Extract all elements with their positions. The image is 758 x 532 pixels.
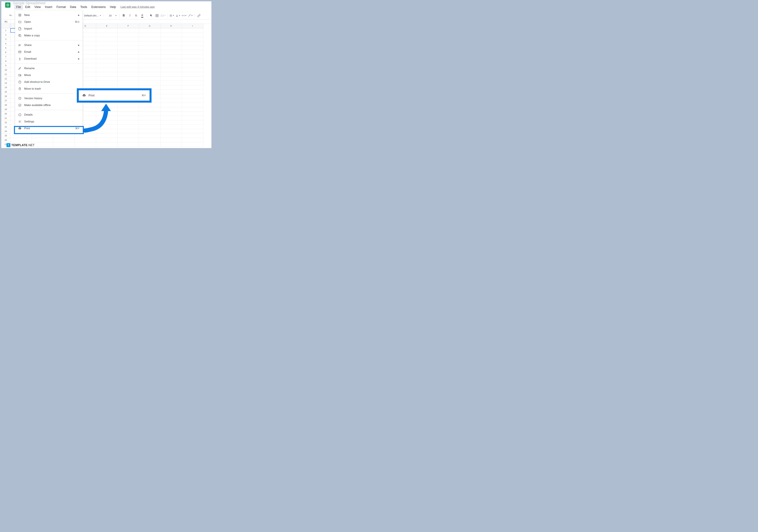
cell[interactable] — [182, 116, 203, 120]
cell[interactable] — [118, 54, 139, 59]
row-header[interactable]: 16 — [1, 94, 10, 98]
cell[interactable] — [96, 46, 118, 50]
cell[interactable] — [75, 133, 96, 138]
cell[interactable] — [96, 28, 118, 33]
menu-tools[interactable]: Tools — [79, 5, 89, 10]
cell[interactable] — [53, 142, 75, 147]
row-header[interactable]: 2 — [1, 33, 10, 37]
cell[interactable] — [182, 142, 203, 147]
row-header[interactable]: 5 — [1, 46, 10, 50]
cell[interactable] — [182, 63, 203, 68]
cell[interactable] — [118, 59, 139, 63]
column-header[interactable]: I — [182, 24, 203, 28]
menu-move[interactable]: Move — [15, 72, 83, 79]
name-box[interactable]: A1 — [1, 19, 11, 23]
cell[interactable] — [118, 77, 139, 81]
cell[interactable] — [139, 125, 160, 129]
menu-rename[interactable]: Rename — [15, 65, 83, 72]
cell[interactable] — [182, 125, 203, 129]
cell[interactable] — [160, 138, 182, 142]
cell[interactable] — [118, 103, 139, 107]
cell[interactable] — [160, 46, 182, 50]
row-header[interactable]: 18 — [1, 103, 10, 107]
link-button[interactable] — [196, 13, 201, 18]
cell[interactable] — [118, 138, 139, 142]
cell[interactable] — [139, 142, 160, 147]
cell[interactable] — [118, 142, 139, 147]
cell[interactable] — [160, 37, 182, 41]
row-header[interactable]: 17 — [1, 98, 10, 103]
column-header[interactable]: E — [96, 24, 118, 28]
cell[interactable] — [32, 142, 53, 147]
row-header[interactable]: 9 — [1, 63, 10, 68]
cell[interactable] — [139, 112, 160, 116]
cell[interactable] — [160, 120, 182, 125]
cell[interactable] — [32, 133, 53, 138]
cell[interactable] — [96, 41, 118, 46]
menu-make-copy[interactable]: Make a copy — [15, 32, 83, 39]
cell[interactable] — [160, 125, 182, 129]
cell[interactable] — [118, 72, 139, 77]
cell[interactable] — [139, 81, 160, 85]
row-header[interactable]: 22 — [1, 120, 10, 125]
cell[interactable] — [182, 98, 203, 103]
menu-import[interactable]: Import — [15, 25, 83, 32]
menu-extensions[interactable]: Extensions — [89, 5, 108, 10]
cell[interactable] — [118, 120, 139, 125]
cell[interactable] — [139, 41, 160, 46]
cell[interactable] — [182, 37, 203, 41]
menu-details[interactable]: Details — [15, 111, 83, 118]
cell[interactable] — [139, 129, 160, 133]
cell[interactable] — [182, 112, 203, 116]
row-header[interactable]: 7 — [1, 54, 10, 59]
cell[interactable] — [160, 72, 182, 77]
cell[interactable] — [139, 77, 160, 81]
cell[interactable] — [139, 133, 160, 138]
menu-share[interactable]: Share ▶ — [15, 42, 83, 49]
cell[interactable] — [118, 129, 139, 133]
rotate-button[interactable]: ▼ — [188, 13, 193, 18]
row-header[interactable]: 4 — [1, 41, 10, 46]
cell[interactable] — [160, 103, 182, 107]
cell[interactable] — [96, 33, 118, 37]
menu-insert[interactable]: Insert — [43, 5, 54, 10]
menu-email[interactable]: Email ▶ — [15, 49, 83, 55]
cell[interactable] — [96, 54, 118, 59]
cell[interactable] — [160, 28, 182, 33]
row-header[interactable]: 15 — [1, 90, 10, 94]
cell[interactable] — [160, 81, 182, 85]
cell[interactable] — [182, 54, 203, 59]
cell[interactable] — [118, 46, 139, 50]
cell[interactable] — [160, 54, 182, 59]
cell[interactable] — [96, 59, 118, 63]
cell[interactable] — [139, 46, 160, 50]
row-header[interactable]: 11 — [1, 72, 10, 77]
cell[interactable] — [139, 28, 160, 33]
row-header[interactable]: 10 — [1, 68, 10, 72]
cell[interactable] — [160, 41, 182, 46]
select-all-corner[interactable] — [1, 24, 10, 28]
cell[interactable] — [10, 138, 32, 142]
cell[interactable] — [118, 107, 139, 112]
menu-view[interactable]: View — [32, 5, 43, 10]
cell[interactable] — [118, 112, 139, 116]
cell[interactable] — [182, 103, 203, 107]
row-header[interactable]: 8 — [1, 59, 10, 63]
menu-edit[interactable]: Edit — [23, 5, 32, 10]
cell[interactable] — [160, 63, 182, 68]
row-header[interactable]: 6 — [1, 50, 10, 54]
cell[interactable] — [139, 138, 160, 142]
cell[interactable] — [139, 116, 160, 120]
cell[interactable] — [160, 98, 182, 103]
cell[interactable] — [182, 77, 203, 81]
bold-button[interactable]: B — [121, 13, 126, 18]
menu-settings[interactable]: Settings — [15, 118, 83, 125]
h-align-button[interactable]: ▼ — [169, 13, 174, 18]
cell[interactable] — [118, 33, 139, 37]
row-header[interactable]: 20 — [1, 112, 10, 116]
text-color-button[interactable]: A — [140, 13, 145, 18]
cell[interactable] — [10, 133, 32, 138]
wrap-button[interactable]: ▼ — [182, 13, 187, 18]
menu-offline[interactable]: Make available offline — [15, 102, 83, 109]
last-edit-link[interactable]: Last edit was 4 minutes ago — [121, 5, 155, 9]
